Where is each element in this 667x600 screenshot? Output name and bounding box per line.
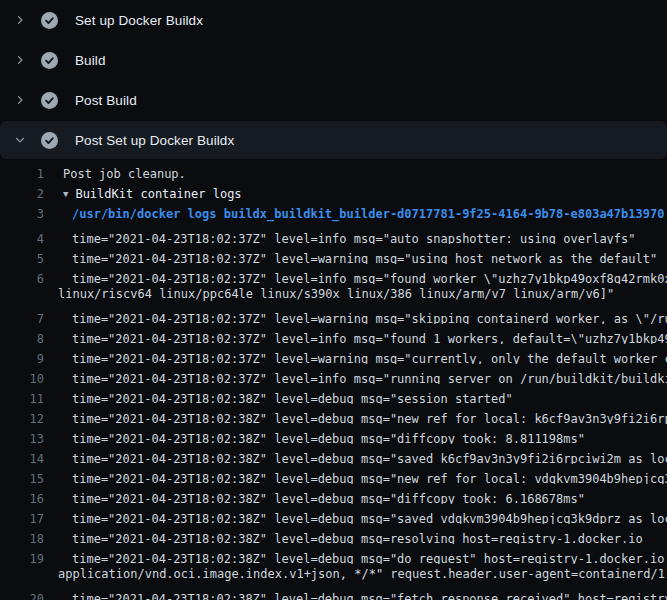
log-line-text: /usr/bin/docker logs buildx_buildkit_bui… bbox=[72, 204, 664, 224]
log-line-number[interactable]: 18 bbox=[0, 529, 44, 544]
step-header-set-up-docker-buildx[interactable]: Set up Docker Buildx bbox=[0, 0, 667, 40]
log-line-text: time="2021-04-23T18:02:37Z" level=info m… bbox=[72, 329, 667, 344]
log-line: 3 ▼ /usr/bin/docker logs buildx_buildkit… bbox=[0, 204, 667, 224]
log-line-number[interactable]: 2 bbox=[0, 184, 44, 204]
log-line: 15 ▼ time="2021-04-23T18:02:38Z" level=d… bbox=[0, 464, 667, 484]
log-line-number[interactable]: 3 bbox=[0, 204, 44, 224]
chevron-icon bbox=[12, 132, 28, 148]
log-line-number[interactable]: 15 bbox=[0, 469, 44, 484]
step-header-build[interactable]: Build bbox=[0, 40, 667, 80]
log-line-number[interactable]: 9 bbox=[0, 349, 44, 364]
group-collapse-triangle-icon: ▼ bbox=[63, 184, 68, 204]
log-line-text: time="2021-04-23T18:02:38Z" level=debug … bbox=[72, 529, 643, 544]
log-line: 10 ▼ time="2021-04-23T18:02:37Z" level=i… bbox=[0, 364, 667, 384]
log-line-text: time="2021-04-23T18:02:37Z" level=warnin… bbox=[72, 349, 667, 364]
log-line-number[interactable]: 14 bbox=[0, 449, 44, 464]
log-line-text: time="2021-04-23T18:02:37Z" level=warnin… bbox=[72, 249, 657, 264]
log-line-number[interactable]: 16 bbox=[0, 489, 44, 504]
log-line: ▼ linux/riscv64 linux/ppc64le linux/s390… bbox=[0, 284, 667, 304]
log-line-text: application/vnd.oci.image.index.v1+json,… bbox=[58, 564, 667, 584]
check-circle-icon bbox=[41, 12, 58, 29]
log-line-number[interactable]: 11 bbox=[0, 389, 44, 404]
log-line-number[interactable]: 13 bbox=[0, 429, 44, 444]
log-line-text: time="2021-04-23T18:02:38Z" level=debug … bbox=[72, 509, 667, 524]
log-line-text: linux/riscv64 linux/ppc64le linux/s390x … bbox=[58, 284, 614, 304]
log-line-text: time="2021-04-23T18:02:37Z" level=info m… bbox=[72, 269, 667, 284]
log-line-number[interactable]: 12 bbox=[0, 409, 44, 424]
check-circle-icon bbox=[41, 132, 58, 149]
log-line-number[interactable]: 4 bbox=[0, 229, 44, 244]
log-line: 18 ▼ time="2021-04-23T18:02:38Z" level=d… bbox=[0, 524, 667, 544]
log-line: 5 ▼ time="2021-04-23T18:02:37Z" level=wa… bbox=[0, 244, 667, 264]
step-list: Set up Docker Buildx Build Post Build bbox=[0, 0, 667, 159]
log-line-number[interactable] bbox=[0, 564, 44, 584]
log-viewer: 1 ▼ Post job cleanup. 2 ▼ BuildKit conta… bbox=[0, 159, 667, 600]
log-line: 16 ▼ time="2021-04-23T18:02:38Z" level=d… bbox=[0, 484, 667, 504]
log-line-number[interactable]: 10 bbox=[0, 369, 44, 384]
log-line-number[interactable]: 1 bbox=[0, 164, 44, 184]
log-line: 14 ▼ time="2021-04-23T18:02:38Z" level=d… bbox=[0, 444, 667, 464]
log-line: 6 ▼ time="2021-04-23T18:02:37Z" level=in… bbox=[0, 264, 667, 284]
log-line-number[interactable]: 5 bbox=[0, 249, 44, 264]
log-line: 12 ▼ time="2021-04-23T18:02:38Z" level=d… bbox=[0, 404, 667, 424]
log-line-text: time="2021-04-23T18:02:37Z" level=warnin… bbox=[72, 309, 667, 324]
step-header-post-set-up-docker-buildx[interactable]: Post Set up Docker Buildx bbox=[0, 121, 667, 159]
log-line-text: time="2021-04-23T18:02:38Z" level=debug … bbox=[72, 389, 513, 404]
log-line-number[interactable]: 8 bbox=[0, 329, 44, 344]
log-line-text: time="2021-04-23T18:02:37Z" level=info m… bbox=[72, 229, 636, 244]
log-line: 1 ▼ Post job cleanup. bbox=[0, 164, 667, 184]
log-line-number[interactable]: 7 bbox=[0, 309, 44, 324]
step-label: Set up Docker Buildx bbox=[75, 13, 203, 28]
log-line-text: time="2021-04-23T18:02:38Z" level=debug … bbox=[72, 429, 585, 444]
log-line: 20 ▼ time="2021-04-23T18:02:38Z" level=d… bbox=[0, 584, 667, 600]
log-line: 19 ▼ time="2021-04-23T18:02:38Z" level=d… bbox=[0, 544, 667, 564]
log-line-number[interactable]: 19 bbox=[0, 549, 44, 564]
log-line: 11 ▼ time="2021-04-23T18:02:38Z" level=d… bbox=[0, 384, 667, 404]
check-circle-icon bbox=[41, 52, 58, 69]
log-line: 17 ▼ time="2021-04-23T18:02:38Z" level=d… bbox=[0, 504, 667, 524]
log-line-text: Post job cleanup. bbox=[63, 164, 186, 184]
step-label: Post Build bbox=[75, 93, 137, 108]
log-line-text: time="2021-04-23T18:02:38Z" level=debug … bbox=[72, 469, 667, 484]
log-line-text: time="2021-04-23T18:02:38Z" level=debug … bbox=[72, 409, 667, 424]
log-line: 9 ▼ time="2021-04-23T18:02:37Z" level=wa… bbox=[0, 344, 667, 364]
log-line-number[interactable] bbox=[0, 284, 44, 304]
log-line-number[interactable]: 17 bbox=[0, 509, 44, 524]
log-line-text: time="2021-04-23T18:02:38Z" level=debug … bbox=[72, 589, 667, 600]
log-line-text: time="2021-04-23T18:02:37Z" level=info m… bbox=[72, 369, 667, 384]
log-line-text: time="2021-04-23T18:02:38Z" level=debug … bbox=[72, 549, 667, 564]
step-label: Post Set up Docker Buildx bbox=[75, 133, 234, 148]
step-header-post-build[interactable]: Post Build bbox=[0, 80, 667, 120]
log-line: 13 ▼ time="2021-04-23T18:02:38Z" level=d… bbox=[0, 424, 667, 444]
log-line: 4 ▼ time="2021-04-23T18:02:37Z" level=in… bbox=[0, 224, 667, 244]
log-line-text: time="2021-04-23T18:02:38Z" level=debug … bbox=[72, 489, 585, 504]
chevron-icon bbox=[12, 52, 28, 68]
log-line: ▼ application/vnd.oci.image.index.v1+jso… bbox=[0, 564, 667, 584]
log-line-text: BuildKit container logs bbox=[75, 184, 241, 204]
log-line: 7 ▼ time="2021-04-23T18:02:37Z" level=wa… bbox=[0, 304, 667, 324]
log-line-number[interactable]: 20 bbox=[0, 589, 44, 600]
log-line[interactable]: 2 ▼ BuildKit container logs bbox=[0, 184, 667, 204]
chevron-icon bbox=[12, 92, 28, 108]
chevron-icon bbox=[12, 12, 28, 28]
check-circle-icon bbox=[41, 92, 58, 109]
log-line: 8 ▼ time="2021-04-23T18:02:37Z" level=in… bbox=[0, 324, 667, 344]
log-line-text: time="2021-04-23T18:02:38Z" level=debug … bbox=[72, 449, 667, 464]
log-line-number[interactable]: 6 bbox=[0, 269, 44, 284]
step-label: Build bbox=[75, 53, 106, 68]
